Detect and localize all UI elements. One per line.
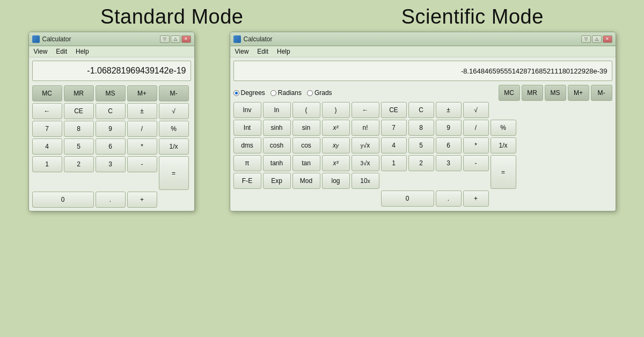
sci-btn-sqrt[interactable]: √ <box>463 102 489 118</box>
std-btn-3[interactable]: 3 <box>96 156 126 172</box>
std-btn-c[interactable]: C <box>96 103 126 119</box>
standard-minimize-btn[interactable]: ▽ <box>160 35 170 43</box>
grads-option[interactable]: Grads <box>307 89 332 97</box>
std-btn-mr[interactable]: MR <box>64 85 94 101</box>
standard-app-icon <box>32 35 40 43</box>
sci-btn-log[interactable]: log <box>322 173 350 189</box>
radians-option[interactable]: Radians <box>270 89 302 97</box>
scientific-minimize-btn[interactable]: ▽ <box>581 35 591 43</box>
sci-btn-0[interactable]: 0 <box>381 191 434 207</box>
sci-btn-fact[interactable]: n! <box>352 120 379 136</box>
scientific-maximize-btn[interactable]: △ <box>592 35 602 43</box>
sci-btn-negate[interactable]: ± <box>436 102 462 118</box>
std-btn-eq[interactable]: = <box>159 156 189 190</box>
std-btn-back[interactable]: ← <box>32 103 62 119</box>
sci-btn-fe[interactable]: F-E <box>233 173 261 189</box>
scientific-close-btn[interactable]: ✕ <box>603 35 612 43</box>
sci-btn-ce[interactable]: CE <box>381 102 407 118</box>
std-btn-div[interactable]: / <box>127 121 157 137</box>
sci-btn-rparen[interactable]: ) <box>322 102 350 118</box>
sci-btn-pi[interactable]: π <box>233 155 261 171</box>
sci-btn-yroot[interactable]: y√x <box>352 137 379 153</box>
sci-btn-tanh[interactable]: tanh <box>263 155 291 171</box>
sci-btn-exp[interactable]: Exp <box>263 173 291 189</box>
degrees-option[interactable]: Degrees <box>233 89 265 97</box>
sci-btn-ln[interactable]: ln <box>263 102 291 118</box>
sci-btn-xy[interactable]: xy <box>322 137 350 153</box>
sci-btn-mplus[interactable]: M+ <box>568 85 589 101</box>
sci-btn-9[interactable]: 9 <box>436 120 462 136</box>
std-btn-recip[interactable]: 1/x <box>159 138 189 155</box>
std-btn-7[interactable]: 7 <box>32 121 62 137</box>
std-btn-4[interactable]: 4 <box>32 138 62 155</box>
sci-btn-dms[interactable]: dms <box>233 137 261 153</box>
sci-btn-mod[interactable]: Mod <box>292 173 320 189</box>
radians-radio[interactable] <box>270 90 276 96</box>
sci-btn-6[interactable]: 6 <box>436 137 462 153</box>
scientific-menu-view[interactable]: View <box>233 47 251 56</box>
std-btn-0[interactable]: 0 <box>32 192 94 208</box>
sci-btn-x2[interactable]: x² <box>322 120 350 136</box>
std-btn-mminus[interactable]: M- <box>159 85 189 101</box>
sci-btn-ms[interactable]: MS <box>545 85 566 101</box>
std-btn-1[interactable]: 1 <box>32 156 62 172</box>
sci-btn-8[interactable]: 8 <box>408 120 434 136</box>
sci-btn-cbroot[interactable]: 3√x <box>352 155 379 171</box>
sci-btn-1[interactable]: 1 <box>381 155 407 171</box>
sci-btn-cos[interactable]: cos <box>292 137 320 153</box>
std-btn-mc[interactable]: MC <box>32 85 62 101</box>
sci-btn-mr[interactable]: MR <box>522 85 543 101</box>
standard-menu-view[interactable]: View <box>32 47 49 56</box>
standard-menu-edit[interactable]: Edit <box>54 47 69 56</box>
sci-btn-tan[interactable]: tan <box>292 155 320 171</box>
std-btn-mul[interactable]: * <box>127 138 157 155</box>
sci-btn-eq[interactable]: = <box>491 155 516 189</box>
std-btn-add[interactable]: + <box>127 192 157 208</box>
sci-btn-5[interactable]: 5 <box>408 137 434 153</box>
sci-btn-inv[interactable]: Inv <box>233 102 261 118</box>
standard-maximize-btn[interactable]: △ <box>171 35 180 43</box>
sci-btn-2[interactable]: 2 <box>408 155 434 171</box>
scientific-menu-edit[interactable]: Edit <box>255 47 270 56</box>
sci-btn-back-sci[interactable]: ← <box>352 102 379 118</box>
sci-btn-mul[interactable]: * <box>463 137 489 153</box>
std-btn-5[interactable]: 5 <box>64 138 94 155</box>
std-btn-ce[interactable]: CE <box>64 103 94 119</box>
sci-btn-7[interactable]: 7 <box>381 120 407 136</box>
std-btn-9[interactable]: 9 <box>96 121 126 137</box>
sci-btn-dot[interactable]: . <box>436 191 462 207</box>
degrees-radio[interactable] <box>233 90 239 96</box>
sci-btn-mminus[interactable]: M- <box>591 85 612 101</box>
std-btn-6[interactable]: 6 <box>96 138 126 155</box>
standard-close-btn[interactable]: ✕ <box>181 35 191 43</box>
std-btn-sqrt[interactable]: √ <box>159 103 189 119</box>
std-btn-ms[interactable]: MS <box>96 85 126 101</box>
sci-btn-int[interactable]: Int <box>233 120 261 136</box>
std-btn-dot[interactable]: . <box>96 192 126 208</box>
scientific-menu-help[interactable]: Help <box>275 47 292 56</box>
sci-btn-cosh[interactable]: cosh <box>263 137 291 153</box>
sci-btn-div[interactable]: / <box>463 120 489 136</box>
sci-btn-mc[interactable]: MC <box>499 85 520 101</box>
std-btn-negate[interactable]: ± <box>127 103 157 119</box>
grads-radio[interactable] <box>307 90 313 96</box>
sci-btn-4[interactable]: 4 <box>381 137 407 153</box>
sci-btn-x3[interactable]: x³ <box>322 155 350 171</box>
std-btn-pct[interactable]: % <box>159 121 189 137</box>
sci-btn-c[interactable]: C <box>408 102 434 118</box>
std-btn-sub[interactable]: - <box>127 156 157 172</box>
std-btn-mplus[interactable]: M+ <box>127 85 157 101</box>
sci-btn-3[interactable]: 3 <box>436 155 462 171</box>
std-btn-2[interactable]: 2 <box>64 156 94 172</box>
sci-btn-sub[interactable]: - <box>463 155 489 171</box>
scientific-menubar: View Edit Help <box>230 46 616 57</box>
sci-btn-add[interactable]: + <box>463 191 489 207</box>
sci-btn-pct[interactable]: % <box>491 120 516 136</box>
sci-btn-lparen[interactable]: ( <box>292 102 320 118</box>
std-btn-8[interactable]: 8 <box>64 121 94 137</box>
sci-btn-sin[interactable]: sin <box>292 120 320 136</box>
sci-btn-recip[interactable]: 1/x <box>491 137 516 153</box>
sci-btn-sinh[interactable]: sinh <box>263 120 291 136</box>
sci-btn-10x[interactable]: 10x <box>352 173 379 189</box>
standard-menu-help[interactable]: Help <box>74 47 91 56</box>
